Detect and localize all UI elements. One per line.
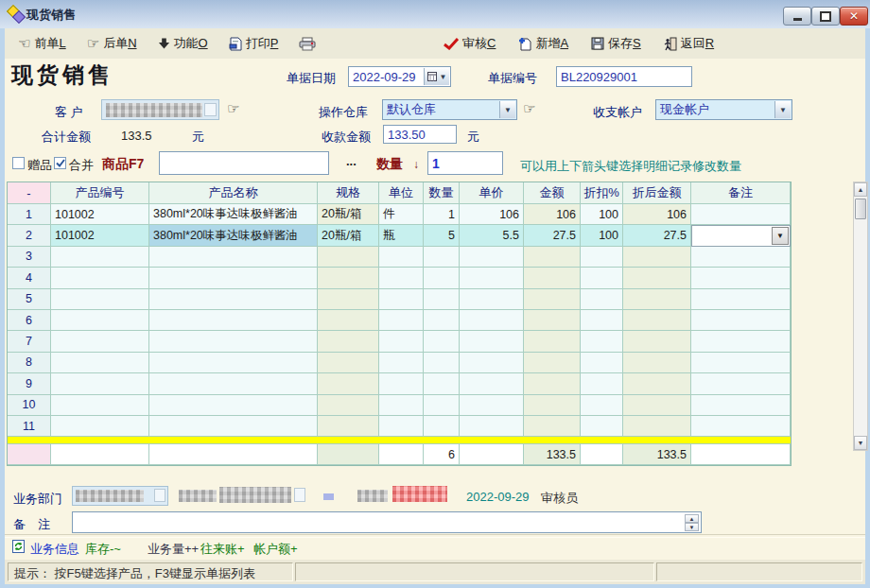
grid-cell[interactable] xyxy=(318,416,379,437)
account-combo[interactable]: 现金帐户 ▼ xyxy=(655,99,792,120)
save-button[interactable]: 保存S xyxy=(585,32,647,55)
grid-cell[interactable] xyxy=(623,353,691,373)
grid-cell[interactable] xyxy=(524,289,581,310)
scroll-thumb[interactable] xyxy=(855,199,866,219)
grid-cell[interactable]: 100 xyxy=(581,204,623,225)
grid-cell[interactable]: 5 xyxy=(424,225,460,246)
small-box[interactable] xyxy=(294,488,305,502)
close-button[interactable]: ✕ xyxy=(840,7,868,26)
row-number-cell[interactable]: 6 xyxy=(8,310,51,331)
grid-cell[interactable] xyxy=(318,395,379,416)
grid-cell[interactable] xyxy=(691,331,791,352)
grid-cell[interactable]: 5.5 xyxy=(460,225,524,246)
grid-scrollbar[interactable]: ▲ ▼ xyxy=(853,182,868,451)
grid-cell[interactable] xyxy=(581,268,623,288)
product-input[interactable] xyxy=(159,151,329,175)
customer-picker-hand-icon[interactable]: ☞ xyxy=(227,100,239,117)
grid-cell[interactable] xyxy=(149,289,318,310)
grid-cell[interactable] xyxy=(460,331,524,352)
maximize-button[interactable] xyxy=(811,7,840,26)
grid-cell[interactable] xyxy=(581,373,623,394)
link-account-balance[interactable]: 帐户额+ xyxy=(253,541,298,558)
grid-cell[interactable] xyxy=(379,289,424,310)
grid-cell[interactable]: 27.5 xyxy=(623,225,691,246)
merge-checkbox[interactable] xyxy=(54,157,66,169)
grid-cell[interactable]: 20瓶/箱 xyxy=(318,204,379,225)
remark-spinner[interactable]: ▲▼ xyxy=(685,514,699,531)
grid-cell[interactable] xyxy=(623,416,691,437)
grid-cell[interactable] xyxy=(318,289,379,310)
audit-button[interactable]: 审核C xyxy=(438,32,501,55)
grid-cell[interactable] xyxy=(460,268,524,288)
row-number-cell[interactable]: 10 xyxy=(8,395,51,416)
ellipsis-button[interactable]: ... xyxy=(346,154,357,168)
grid-cell[interactable] xyxy=(379,310,424,331)
grid-cell[interactable] xyxy=(623,331,691,352)
grid-cell[interactable] xyxy=(623,247,691,268)
next-doc-button[interactable]: ☞ 后单N xyxy=(81,32,143,55)
grid-cell[interactable] xyxy=(149,268,318,288)
customer-field[interactable] xyxy=(101,99,219,120)
grid-cell[interactable] xyxy=(379,247,424,268)
grid-cell[interactable] xyxy=(581,247,623,268)
grid-cell[interactable]: 106 xyxy=(524,204,581,225)
grid-cell[interactable] xyxy=(149,416,318,437)
grid-cell[interactable] xyxy=(691,310,791,331)
doc-no-field[interactable]: BL220929001 xyxy=(556,66,692,87)
grid-cell[interactable] xyxy=(149,310,318,331)
grid-cell[interactable] xyxy=(379,331,424,352)
grid-cell[interactable] xyxy=(581,416,623,437)
grid-cell[interactable]: 380ml*20味事达味极鲜酱油 xyxy=(149,225,318,246)
minimize-button[interactable] xyxy=(783,7,811,26)
grid-cell[interactable] xyxy=(623,395,691,416)
calendar-dropdown-button[interactable]: ▼ xyxy=(424,68,449,85)
grid-cell[interactable] xyxy=(379,395,424,416)
row-number-cell[interactable]: 8 xyxy=(8,353,51,373)
warehouse-dropdown-arrow[interactable]: ▼ xyxy=(499,101,515,118)
return-button[interactable]: 返回R xyxy=(658,32,720,55)
grid-cell[interactable] xyxy=(460,353,524,373)
link-transactions[interactable]: 往来账+ xyxy=(200,541,245,558)
grid-cell[interactable]: 100 xyxy=(581,225,623,246)
grid-cell[interactable] xyxy=(379,416,424,437)
grid-cell[interactable] xyxy=(51,310,149,331)
account-dropdown-arrow[interactable]: ▼ xyxy=(774,101,791,118)
grid-cell[interactable] xyxy=(424,373,460,394)
grid-cell[interactable] xyxy=(318,247,379,268)
grid-cell[interactable] xyxy=(318,353,379,373)
customer-clear-box[interactable] xyxy=(204,103,217,116)
link-business-volume[interactable]: 业务量++ xyxy=(148,541,199,558)
grid-cell[interactable] xyxy=(460,289,524,310)
grid-cell[interactable]: 106 xyxy=(623,204,691,225)
printer-icon-button[interactable] xyxy=(293,32,322,55)
prev-doc-button[interactable]: ☜ 前单L xyxy=(12,32,72,55)
grid-cell[interactable]: 27.5 xyxy=(524,225,581,246)
grid-cell[interactable]: 20瓶/箱 xyxy=(318,225,379,246)
warehouse-picker-hand-icon[interactable]: ☞ xyxy=(523,100,535,117)
grid-cell[interactable] xyxy=(379,268,424,288)
grid-cell[interactable] xyxy=(318,310,379,331)
grid-cell[interactable] xyxy=(623,310,691,331)
grid-cell[interactable]: 101002 xyxy=(51,204,149,225)
grid-cell[interactable] xyxy=(51,416,149,437)
row-number-cell[interactable]: 11 xyxy=(8,416,51,437)
grid-cell[interactable] xyxy=(51,395,149,416)
dept-field[interactable] xyxy=(72,486,168,506)
grid-cell[interactable] xyxy=(460,373,524,394)
dept-clear-box[interactable] xyxy=(154,489,165,502)
grid-cell[interactable] xyxy=(691,247,791,268)
new-button[interactable]: 新增A xyxy=(513,32,574,55)
row-number-cell[interactable]: 5 xyxy=(8,289,51,310)
grid-cell[interactable] xyxy=(149,247,318,268)
grid-cell[interactable] xyxy=(318,268,379,288)
grid-cell[interactable]: 1 xyxy=(424,204,460,225)
grid-cell[interactable] xyxy=(424,331,460,352)
grid-cell[interactable]: 件 xyxy=(379,204,424,225)
grid-cell[interactable] xyxy=(623,373,691,394)
grid-cell[interactable] xyxy=(691,204,791,225)
grid-cell[interactable] xyxy=(149,331,318,352)
grid-cell[interactable] xyxy=(581,353,623,373)
grid-cell[interactable] xyxy=(379,373,424,394)
grid-cell[interactable] xyxy=(424,395,460,416)
grid-cell[interactable] xyxy=(51,373,149,394)
